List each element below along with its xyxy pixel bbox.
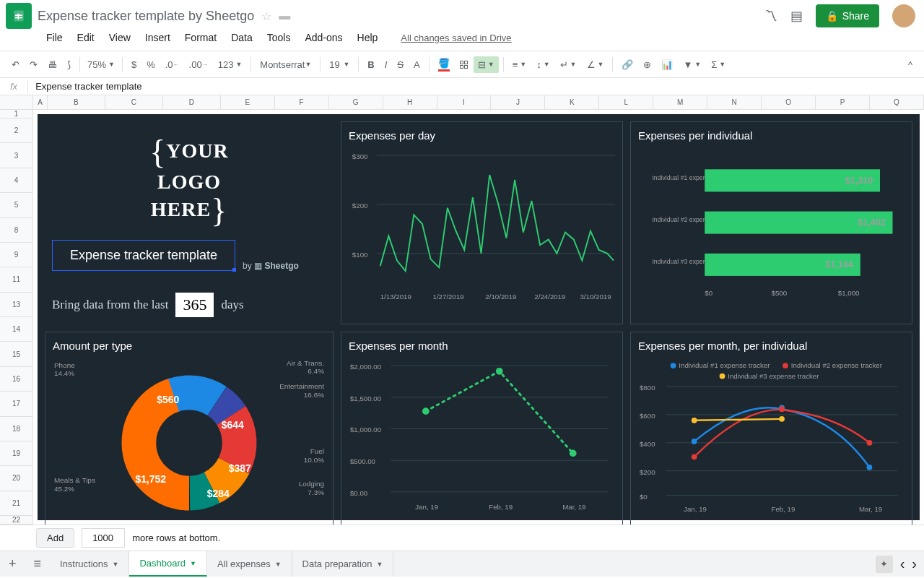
activity-icon[interactable]: 〽 xyxy=(764,9,777,24)
halign-button[interactable]: ≡▼ xyxy=(508,56,531,73)
currency-button[interactable]: $ xyxy=(127,56,141,73)
collapse-toolbar-button[interactable]: ^ xyxy=(904,56,917,73)
functions-button[interactable]: Σ▼ xyxy=(707,56,730,73)
menu-bar: File Edit View Insert Format Data Tools … xyxy=(0,26,924,51)
menu-help[interactable]: Help xyxy=(352,29,384,46)
chart-per-day[interactable]: Expenses per day $300 $200 $100 1/13/201… xyxy=(341,121,623,324)
number-format-select[interactable]: 123▼ xyxy=(214,56,247,73)
rotate-button[interactable]: ∠▼ xyxy=(583,56,609,73)
svg-point-86 xyxy=(779,406,785,412)
doc-title[interactable]: Expense tracker template by Sheetgo xyxy=(38,9,254,24)
scroll-right-button[interactable]: › xyxy=(912,556,917,572)
svg-point-82 xyxy=(692,439,697,444)
fx-label: fx xyxy=(0,81,27,92)
svg-text:$1,402: $1,402 xyxy=(858,217,886,228)
move-folder-icon[interactable]: ▬ xyxy=(279,9,290,22)
lock-icon: 🔒 xyxy=(826,10,838,22)
svg-text:$0: $0 xyxy=(640,493,648,501)
menu-edit[interactable]: Edit xyxy=(71,29,100,46)
explore-button[interactable]: ✦ xyxy=(876,556,893,573)
all-sheets-button[interactable]: ≡ xyxy=(25,556,51,571)
svg-point-66 xyxy=(671,363,676,368)
italic-button[interactable]: I xyxy=(380,56,392,73)
add-rows-count-input[interactable]: 1000 xyxy=(82,528,125,548)
menu-format[interactable]: Format xyxy=(179,29,222,46)
svg-text:$284: $284 xyxy=(207,488,230,499)
svg-point-61 xyxy=(496,368,503,375)
add-rows-suffix: more rows at bottom. xyxy=(132,532,220,543)
menu-tools[interactable]: Tools xyxy=(261,29,297,46)
days-input[interactable]: 365 xyxy=(175,293,214,317)
strike-button[interactable]: S xyxy=(393,56,408,73)
wrap-button[interactable]: ↵▼ xyxy=(556,56,581,73)
borders-button[interactable] xyxy=(456,58,472,72)
svg-text:$200: $200 xyxy=(640,468,655,476)
menu-data[interactable]: Data xyxy=(225,29,258,46)
svg-text:2/10/2019: 2/10/2019 xyxy=(485,293,516,301)
svg-point-84 xyxy=(867,465,873,470)
link-button[interactable]: 🔗 xyxy=(617,56,637,73)
tab-dashboard[interactable]: Dashboard▼ xyxy=(129,551,207,577)
chart-button[interactable]: 📊 xyxy=(657,56,677,73)
chart-per-month[interactable]: Expenses per month $2,000.00 $1,500.00 $… xyxy=(341,332,623,525)
svg-text:7.3%: 7.3% xyxy=(308,488,324,496)
column-headers[interactable]: A B C D E F G H I J K L M N O P Q xyxy=(0,95,924,110)
svg-point-89 xyxy=(779,416,785,422)
account-avatar[interactable] xyxy=(892,4,915,27)
chart-per-type[interactable]: Amount per type $560 $644 $387 $284 xyxy=(45,332,334,525)
svg-text:Individual #3 expense tracker: Individual #3 expense tracker xyxy=(728,372,819,380)
svg-point-70 xyxy=(720,374,725,379)
svg-text:6.4%: 6.4% xyxy=(308,367,324,375)
menu-view[interactable]: View xyxy=(103,29,136,46)
sheets-logo[interactable] xyxy=(6,3,32,29)
svg-text:Jan, 19: Jan, 19 xyxy=(684,505,707,513)
logo-placeholder: {YOUR LOGO HERE} xyxy=(149,134,229,230)
percent-button[interactable]: % xyxy=(142,56,160,73)
by-sheetgo-label: by ▦ Sheetgo xyxy=(243,261,299,271)
comments-icon[interactable]: ▤ xyxy=(790,8,803,24)
svg-text:$400: $400 xyxy=(640,440,655,448)
fontsize-select[interactable]: 19▼ xyxy=(325,56,354,73)
save-status[interactable]: All changes saved in Drive xyxy=(395,30,517,46)
paint-format-button[interactable]: ⟆ xyxy=(63,56,75,73)
svg-text:1/13/2019: 1/13/2019 xyxy=(380,293,411,301)
row-headers[interactable]: 1 2 3 4 5 8 9 11 13 14 15 16 17 18 19 20… xyxy=(0,110,33,525)
tab-data-preparation[interactable]: Data preparation▼ xyxy=(292,551,394,577)
add-sheet-button[interactable]: + xyxy=(0,556,25,571)
svg-point-87 xyxy=(867,440,873,446)
svg-text:Individual #2 expense tracker: Individual #2 expense tracker xyxy=(791,361,883,369)
tab-instructions[interactable]: Instructions▼ xyxy=(50,551,129,577)
undo-button[interactable]: ↶ xyxy=(7,56,24,73)
print-button[interactable]: 🖶 xyxy=(43,56,61,73)
menu-file[interactable]: File xyxy=(40,29,69,46)
svg-text:Meals & Tips: Meals & Tips xyxy=(54,476,95,484)
svg-point-85 xyxy=(692,454,697,460)
share-button[interactable]: 🔒 Share xyxy=(816,4,879,27)
text-color-button[interactable]: A xyxy=(409,56,424,73)
svg-text:2/24/2019: 2/24/2019 xyxy=(534,293,565,301)
add-rows-button[interactable]: Add xyxy=(36,528,74,548)
redo-button[interactable]: ↷ xyxy=(25,56,42,73)
days-control: Bring data from the last 365 days xyxy=(52,293,244,317)
scroll-left-button[interactable]: ‹ xyxy=(900,556,905,572)
chart-per-individual[interactable]: Expenses per individual Individual #1 ex… xyxy=(630,121,912,324)
valign-button[interactable]: ↕▼ xyxy=(532,56,554,73)
formula-input[interactable]: Expense tracker template xyxy=(28,81,141,92)
tab-all-expenses[interactable]: All expenses▼ xyxy=(207,551,292,577)
filter-button[interactable]: ▼▼ xyxy=(679,56,705,73)
star-icon[interactable]: ☆ xyxy=(261,9,271,23)
fill-color-button[interactable]: 🪣 xyxy=(434,55,454,74)
chart-per-month-individual[interactable]: Expenses per month, per individual Indiv… xyxy=(630,332,912,525)
svg-text:$644: $644 xyxy=(222,419,244,431)
bold-button[interactable]: B xyxy=(363,56,378,73)
svg-text:Feb, 19: Feb, 19 xyxy=(489,503,513,511)
font-select[interactable]: Montserrat▼ xyxy=(256,56,315,73)
template-title[interactable]: Expense tracker template xyxy=(52,240,235,271)
menu-addons[interactable]: Add-ons xyxy=(299,29,348,46)
decrease-decimal-button[interactable]: .0← xyxy=(161,56,183,73)
increase-decimal-button[interactable]: .00→ xyxy=(185,56,212,73)
comment-button[interactable]: ⊕ xyxy=(639,56,655,73)
merge-button[interactable]: ⊟▼ xyxy=(474,56,499,73)
zoom-select[interactable]: 75%▼ xyxy=(84,59,118,70)
menu-insert[interactable]: Insert xyxy=(139,29,176,46)
